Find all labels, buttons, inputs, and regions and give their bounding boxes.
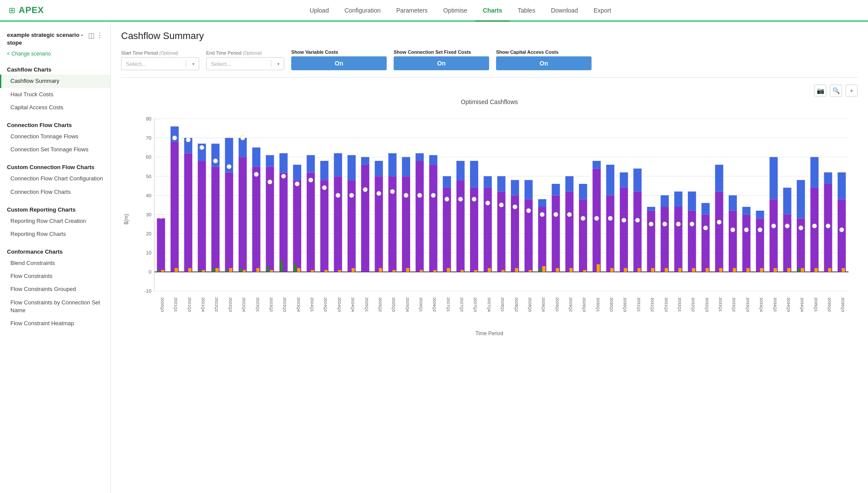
sidebar-item[interactable]: Flow Constraints by Connection Set Name [0,296,110,317]
svg-rect-181 [579,199,587,272]
svg-text:2022Q2: 2022Q2 [214,297,219,312]
svg-rect-107 [379,268,382,272]
more-options-icon[interactable]: ⋮ [96,31,103,39]
svg-rect-247 [756,211,764,219]
svg-rect-168 [542,266,546,272]
svg-text:2022Q3: 2022Q3 [228,297,233,312]
change-scenario: Change scenario [0,50,110,62]
svg-text:2026Q1: 2026Q1 [419,297,424,312]
svg-point-84 [309,178,313,182]
svg-text:2034Q4: 2034Q4 [800,297,805,312]
svg-point-194 [608,216,612,220]
sidebar-item[interactable]: Connection Tonnage Flows [0,130,110,143]
svg-text:2025Q2: 2025Q2 [378,297,383,312]
svg-point-23 [159,214,163,219]
sidebar-item[interactable]: Cashflow Summary [0,75,110,88]
screen-icon[interactable]: ◫ [88,31,95,39]
start-time-period-select[interactable]: Select... ▾ [121,57,199,70]
svg-text:2023Q4: 2023Q4 [296,297,301,312]
svg-text:2033Q3: 2033Q3 [746,297,750,312]
nav-item-parameters[interactable]: Parameters [388,0,435,22]
nav-item-export[interactable]: Export [586,0,619,22]
sidebar-item[interactable]: Flow Constraints [0,270,110,283]
end-time-period-select[interactable]: Select... ▾ [206,57,284,70]
plus-icon[interactable]: + [845,85,858,97]
nav-item-download[interactable]: Download [543,0,585,22]
zoom-icon[interactable]: 🔍 [830,85,842,97]
svg-rect-152 [501,270,505,272]
svg-rect-151 [497,176,506,191]
svg-point-39 [200,145,204,150]
change-scenario-link[interactable]: Change scenario [7,51,51,57]
svg-rect-65 [266,155,274,167]
svg-rect-188 [597,264,600,272]
nav-item-configuration[interactable]: Configuration [337,0,388,22]
svg-text:2023Q1: 2023Q1 [256,297,260,312]
sidebar-item[interactable]: Connection Flow Chart Configuration [0,172,110,185]
svg-text:20: 20 [146,231,151,236]
svg-rect-269 [815,268,818,272]
svg-point-143 [472,197,476,201]
svg-text:2035Q3: 2035Q3 [841,297,845,312]
svg-rect-183 [583,270,586,272]
svg-rect-256 [783,215,792,272]
svg-rect-141 [470,161,478,188]
svg-rect-243 [746,268,750,272]
svg-point-148 [486,201,490,205]
content-area: Cashflow Summary Start Time Period (Opti… [111,22,868,493]
svg-rect-191 [606,196,615,272]
sidebar-item[interactable]: Capital Access Costs [0,101,110,114]
svg-point-275 [826,224,830,228]
svg-rect-88 [324,270,328,272]
sidebar-item[interactable]: Flow Constraints Grouped [0,283,110,296]
svg-rect-131 [443,176,451,187]
show-variable-costs-label: Show Variable Costs [291,49,387,55]
svg-rect-178 [569,268,573,272]
sidebar-item[interactable]: Reporting Row Charts [0,228,110,241]
svg-rect-122 [420,270,423,272]
svg-rect-72 [280,261,283,272]
show-connection-set-fixed-costs-toggle[interactable]: On [394,56,489,70]
nav-item-upload[interactable]: Upload [302,0,336,22]
svg-rect-97 [348,155,356,180]
show-capital-access-costs-toggle[interactable]: On [496,56,592,70]
svg-rect-268 [810,157,819,188]
sidebar-item[interactable]: Blend Constraints [0,257,110,270]
svg-rect-126 [429,155,437,165]
svg-point-209 [649,222,653,226]
nav-item-optimise[interactable]: Optimise [435,0,475,22]
svg-rect-212 [661,196,669,207]
camera-icon[interactable]: 📷 [814,85,826,97]
svg-rect-233 [719,268,723,272]
svg-text:2024Q2: 2024Q2 [323,297,328,312]
svg-point-133 [444,197,449,201]
show-connection-set-fixed-costs-group: Show Connection Set Fixed Costs On [394,49,489,70]
svg-point-118 [404,193,408,197]
svg-point-51 [227,164,231,169]
svg-rect-22 [161,270,164,272]
show-variable-costs-toggle[interactable]: On [291,56,387,70]
sidebar-item[interactable]: Connection Flow Charts [0,186,110,199]
sidebar-item[interactable]: Haul Truck Costs [0,88,110,101]
sidebar-item[interactable]: Reporting Row Chart Creation [0,215,110,228]
svg-rect-278 [838,173,846,199]
sidebar-item[interactable]: Flow Constraint Heatmap [0,317,110,330]
svg-rect-30 [184,153,192,272]
sidebar-item[interactable]: Connection Set Tonnage Flows [0,143,110,156]
svg-text:2024Q3: 2024Q3 [337,297,342,312]
chevron-down-icon2: ▾ [277,62,279,66]
nav-item-charts[interactable]: Charts [475,0,510,22]
svg-point-113 [390,189,395,193]
svg-rect-112 [392,270,396,272]
svg-rect-201 [633,192,641,272]
svg-text:2027Q4: 2027Q4 [487,297,492,312]
svg-point-28 [172,136,177,140]
svg-rect-238 [733,268,736,272]
svg-text:2023Q3: 2023Q3 [283,297,287,312]
nav-item-tables[interactable]: Tables [510,0,543,22]
svg-text:2035Q1: 2035Q1 [814,297,819,312]
select-divider2 [271,60,271,67]
svg-rect-117 [406,268,410,272]
svg-text:2032Q1: 2032Q1 [677,297,682,312]
nav-items: UploadConfigurationParametersOptimiseCha… [61,0,859,20]
